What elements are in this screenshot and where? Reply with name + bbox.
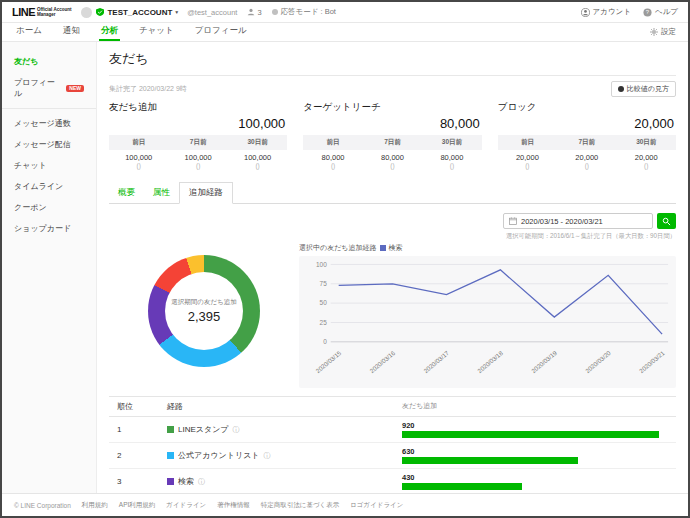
footer-link-5[interactable]: ロゴガイドライン (350, 501, 403, 510)
app-window: LINE Official AccountManager TEST_ACCOUN… (0, 0, 690, 518)
date-search-button[interactable] (657, 213, 676, 229)
stat-col-header: 30日前 (228, 135, 287, 150)
sidebar-divider (2, 108, 96, 109)
stat-value-cell: 80,000() (422, 153, 481, 169)
stat-card-columns: 前日7日前30日前 (498, 135, 676, 150)
aggregation-status: 集計完了 2020/03/22 9時 (109, 84, 187, 94)
friends-added-donut-chart: 選択期間の友だち追加 2,395 (148, 255, 260, 367)
stat-value-cell: 100,000() (168, 153, 227, 169)
sidebar-item-4[interactable]: チャット (2, 155, 96, 176)
account-icon (581, 8, 590, 17)
footer-link-1[interactable]: API利用規約 (119, 501, 155, 510)
date-range-input[interactable]: 2020/03/15 - 2020/03/21 (503, 213, 653, 229)
footer: © LINE Corporation 利用規約API利用規約ガイドライン著作権情… (2, 493, 688, 516)
route-color-icon (167, 478, 174, 485)
svg-text:2020/03/19: 2020/03/19 (530, 349, 558, 374)
donut-center-label: 選択期間の友だち追加 2,395 (148, 255, 260, 367)
search-icon (662, 217, 671, 226)
account-id: @test_account (187, 8, 237, 17)
settings-button[interactable]: 設定 (650, 23, 676, 41)
donut-chart-box: 選択期間の友だち追加 2,395 (109, 243, 299, 367)
nav-tab-0[interactable]: ホーム (14, 23, 44, 41)
footer-link-4[interactable]: 特定商取引法に基づく表示 (261, 501, 339, 510)
chevron-down-icon: ▼ (174, 9, 179, 15)
footer-link-0[interactable]: 利用規約 (82, 501, 108, 510)
route-label: LINEスタンプ (178, 424, 229, 435)
help-button[interactable]: ? ヘルプ (643, 7, 678, 17)
footer-link-3[interactable]: 著作権情報 (217, 501, 250, 510)
route-color-icon (167, 426, 174, 433)
stat-card-title: ターゲットリーチ (303, 101, 481, 114)
line-chart-legend: 選択中の友だち追加経路 検索 (299, 243, 676, 253)
date-range-note: 選択可能期間：2016/6/1～集計完了日（最大日数：90日間） (506, 232, 676, 241)
value-bar (402, 457, 578, 464)
compare-values-button[interactable]: 比較値の見方 (611, 81, 676, 97)
sidebar-item-1[interactable]: プロフィールNEW (2, 72, 96, 104)
tab-0[interactable]: 概要 (109, 183, 144, 203)
sidebar-item-6[interactable]: クーポン (2, 197, 96, 218)
row-route: 公式アカウントリストⓘ (167, 450, 402, 461)
svg-text:25: 25 (320, 319, 328, 326)
stat-value-cell: 20,000() (617, 153, 676, 169)
svg-text:2020/03/17: 2020/03/17 (422, 349, 450, 374)
stat-col-header: 30日前 (422, 135, 481, 150)
table-row: 3検索ⓘ430 (109, 469, 676, 493)
nav-tab-1[interactable]: 通知 (61, 23, 82, 41)
sidebar-item-2[interactable]: メッセージ通数 (2, 113, 96, 134)
friends-count: 3 (247, 8, 261, 17)
stat-value-cell: 100,000() (228, 153, 287, 169)
stat-col-header: 30日前 (617, 135, 676, 150)
tab-2[interactable]: 追加経路 (179, 182, 233, 204)
sidebar-item-0[interactable]: 友だち (2, 51, 96, 72)
nav-tab-3[interactable]: チャット (137, 23, 176, 41)
stat-value-cell: 100,000() (109, 153, 168, 169)
logo-text: LINE (12, 6, 35, 18)
table-row: 1LINEスタンプⓘ920 (109, 417, 676, 443)
row-value: 630 (402, 447, 676, 464)
account-avatar (81, 7, 92, 18)
sidebar-item-7[interactable]: ショップカード (2, 218, 96, 239)
logo-subtext: Official AccountManager (37, 7, 71, 17)
stat-card-values: 20,000()20,000()20,000() (498, 150, 676, 171)
stat-card-title: ブロック (498, 101, 676, 114)
account-dropdown[interactable]: TEST_ACCOUNT▼ (107, 8, 179, 17)
value-bar (402, 483, 522, 490)
stat-col-header: 前日 (303, 135, 362, 150)
stat-card-1: ターゲットリーチ80,000前日7日前30日前80,000()80,000()8… (303, 101, 481, 171)
svg-text:2020/03/21: 2020/03/21 (638, 349, 666, 374)
stat-cards: 友だち追加100,000前日7日前30日前100,000()100,000()1… (109, 101, 676, 171)
response-mode: 応答モード : Bot (272, 7, 336, 17)
copyright: © LINE Corporation (14, 502, 71, 509)
footer-link-2[interactable]: ガイドライン (166, 501, 206, 510)
table-header: 順位 経路 友だち追加 (109, 396, 676, 417)
nav-tab-4[interactable]: プロフィール (193, 23, 249, 41)
info-icon: ⓘ (198, 477, 205, 487)
svg-text:75: 75 (320, 280, 328, 287)
stat-value-cell: 20,000() (498, 153, 557, 169)
route-color-icon (167, 452, 174, 459)
friends-added-line-chart: 02550751002020/03/152020/03/162020/03/17… (299, 256, 676, 388)
stat-card-total: 20,000 (498, 116, 674, 131)
tab-1[interactable]: 属性 (144, 183, 179, 203)
top-bar: LINE Official AccountManager TEST_ACCOUN… (2, 2, 688, 23)
stat-value-cell: 80,000() (363, 153, 422, 169)
row-route: 検索ⓘ (167, 476, 402, 487)
line-logo: LINE Official AccountManager (12, 6, 71, 18)
stat-value-cell: 20,000() (557, 153, 616, 169)
stat-card-2: ブロック20,000前日7日前30日前20,000()20,000()20,00… (498, 101, 676, 171)
sidebar-item-3[interactable]: メッセージ配信 (2, 134, 96, 155)
mode-dot-icon (272, 9, 278, 15)
svg-text:2020/03/16: 2020/03/16 (368, 349, 396, 374)
date-range-picker: 2020/03/15 - 2020/03/21 選択可能期間：2016/6/1～… (109, 213, 676, 241)
stat-card-title: 友だち追加 (109, 101, 287, 114)
sidebar: 友だちプロフィールNEWメッセージ通数メッセージ配信チャットタイムラインクーポン… (2, 42, 97, 493)
nav-tab-2[interactable]: 分析 (99, 23, 120, 41)
main-content: 友だち 集計完了 2020/03/22 9時 比較値の見方 友だち追加100,0… (97, 42, 688, 493)
sidebar-item-5[interactable]: タイムライン (2, 176, 96, 197)
account-menu-button[interactable]: アカウント (581, 7, 631, 17)
person-icon (247, 8, 255, 16)
stat-value-cell: 80,000() (303, 153, 362, 169)
legend-swatch-icon (380, 245, 386, 251)
calendar-icon (509, 217, 517, 225)
stat-card-0: 友だち追加100,000前日7日前30日前100,000()100,000()1… (109, 101, 287, 171)
